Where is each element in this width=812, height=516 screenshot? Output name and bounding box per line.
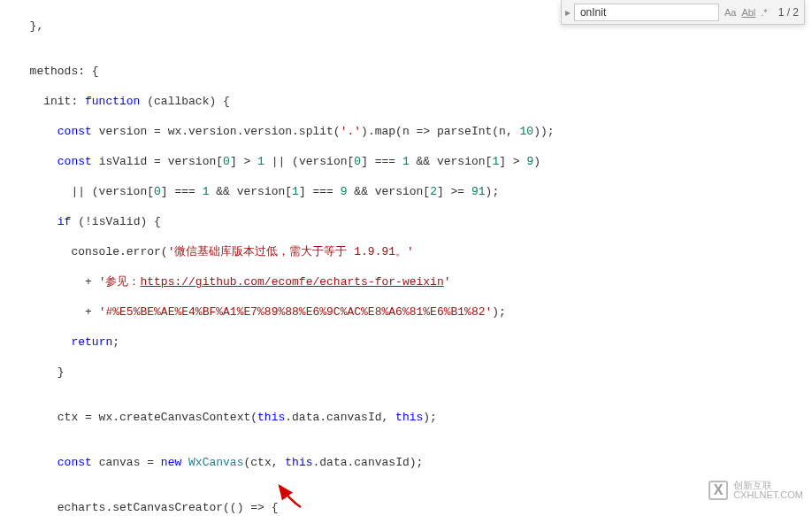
code-line: methods: { <box>16 64 812 79</box>
match-case-icon[interactable]: Aa <box>724 7 736 18</box>
code-editor[interactable]: }, methods: { init: function (callback) … <box>0 0 812 516</box>
code-line: if (!isValid) { <box>16 214 812 229</box>
code-line: || (version[0] === 1 && version[1] === 9… <box>16 184 812 199</box>
search-result-count: 1 / 2 <box>773 6 804 19</box>
code-line: + '#%E5%BE%AE%E4%BF%A1%E7%89%88%E6%9C%AC… <box>16 304 812 320</box>
code-line: echarts.setCanvasCreator(() => { <box>16 500 812 515</box>
watermark: X 创新互联 CXHLNET.COM <box>709 481 803 500</box>
watermark-sub: CXHLNET.COM <box>733 490 803 500</box>
code-line: } <box>16 365 812 380</box>
code-line: ctx = wx.createCanvasContext(this.data.c… <box>16 410 812 425</box>
code-line: const canvas = new WxCanvas(ctx, this.da… <box>16 455 812 470</box>
code-line: const version = wx.version.version.split… <box>16 124 812 139</box>
expand-toggle-icon[interactable]: ▸ <box>562 6 574 19</box>
code-line: + '参见：https://github.com/ecomfe/echarts-… <box>16 274 812 289</box>
code-line: const isValid = version[0] > 1 || (versi… <box>16 154 812 169</box>
code-line: return; <box>16 335 812 350</box>
watermark-logo-icon: X <box>709 481 728 500</box>
match-whole-word-icon[interactable]: Abl <box>741 7 755 18</box>
code-line: console.error('微信基础库版本过低，需大于等于 1.9.91。' <box>16 244 812 259</box>
regex-icon[interactable]: .* <box>761 7 767 18</box>
code-line: init: function (callback) { <box>16 94 812 109</box>
search-input[interactable] <box>574 4 719 21</box>
search-bar: ▸ Aa Abl .* 1 / 2 <box>561 0 805 25</box>
